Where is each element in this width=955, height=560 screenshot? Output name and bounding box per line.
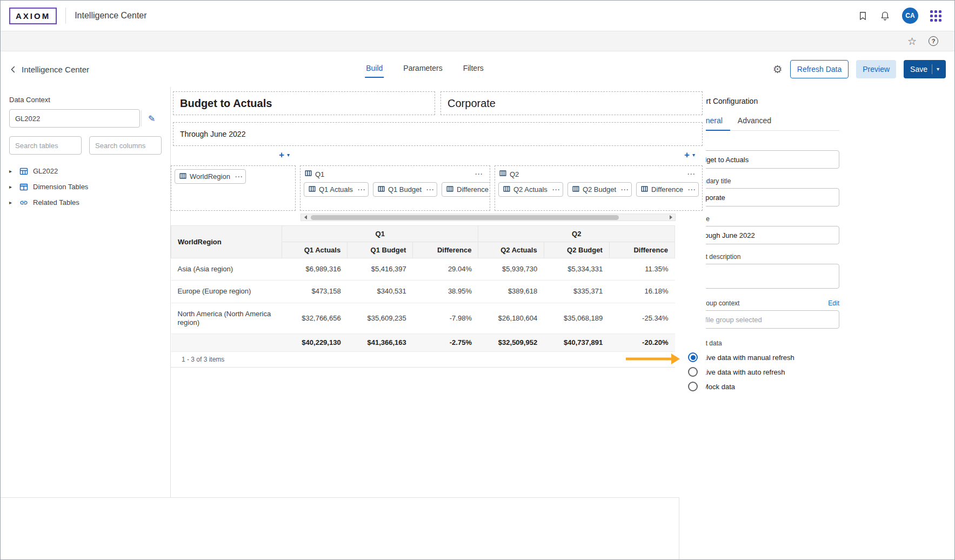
more-menu-icon[interactable]: ⋯ [472,169,485,179]
save-button[interactable]: Save ▾ [904,60,946,78]
tab-parameters[interactable]: Parameters [402,61,443,78]
tree-item-related-tables[interactable]: ▸ Related Tables [9,195,162,210]
notifications-bell-icon[interactable] [880,11,890,21]
radio-option-live-auto[interactable]: Live data with auto refresh [688,367,954,377]
expand-caret-icon[interactable]: ▸ [9,199,15,205]
search-columns-input[interactable] [89,136,162,155]
column-header: Difference [413,242,478,258]
table-row: Europe (Europe region) $473,158 $340,531… [171,281,675,303]
chip-label: Difference [457,185,489,194]
add-row-field-button[interactable]: + ▾ [279,150,290,159]
q1-budget-chip[interactable]: Q1 Budget ⋯ [373,182,437,197]
user-avatar[interactable]: CA [902,8,918,24]
tree-item-dimension-tables[interactable]: ▸ Dimension Tables [9,179,162,195]
description-field-label: Report description [688,253,954,261]
report-data-radio-group: Live data with manual refresh Live data … [688,352,954,391]
subtitle-input[interactable] [688,226,839,244]
report-title-block[interactable]: Budget to Actuals [173,91,435,115]
more-menu-icon[interactable]: ⋯ [685,185,698,195]
column-icon [378,185,385,194]
file-group-edit-link[interactable]: Edit [828,299,839,307]
dimension-tables-icon [19,183,28,191]
q1-actuals-chip[interactable]: Q1 Actuals ⋯ [304,182,369,197]
table-cell: $6,989,316 [282,258,348,281]
more-menu-icon[interactable]: ⋯ [232,172,245,182]
tab-filters[interactable]: Filters [462,61,485,78]
help-icon[interactable]: ? [929,36,938,46]
refresh-data-button[interactable]: Refresh Data [790,60,849,78]
tree-item-gl2022[interactable]: ▸ GL2022 [9,163,162,179]
worldregion-field-chip[interactable]: WorldRegion ⋯ [175,169,246,184]
search-tables-input[interactable] [9,136,82,155]
edit-pencil-icon[interactable]: ✎ [141,110,162,126]
radio-label: Live data with auto refresh [703,368,785,376]
row-field-panel[interactable]: WorldRegion ⋯ [171,165,296,211]
radio-option-mock-data[interactable]: Mock data [688,382,954,391]
more-menu-icon[interactable]: ⋯ [549,185,563,195]
app-launcher-icon[interactable] [930,10,941,22]
table-cell: $40,229,130 [282,334,348,352]
radio-option-live-manual[interactable]: Live data with manual refresh [688,352,954,362]
breadcrumb-back[interactable]: Intelligence Center [9,65,89,74]
table-cell: 38.95% [413,281,478,303]
column-header: Q1 Actuals [282,242,348,258]
secondary-title-field-label: Secondary title [688,177,954,185]
column-icon [641,185,648,194]
breadcrumb-label: Intelligence Center [22,65,89,74]
save-dropdown-caret-icon[interactable]: ▾ [937,66,939,72]
toolbar-actions: ⚙ Refresh Data Preview Save ▾ [773,60,946,78]
add-column-group-button[interactable]: + ▾ [684,150,695,159]
field-panels: WorldRegion ⋯ Q1 ⋯ [171,165,703,211]
report-description-input[interactable] [688,264,839,289]
chevron-down-icon: ▾ [692,152,695,158]
table-cell: $26,180,604 [478,303,544,334]
table-total-row: $40,229,130 $41,366,163 -2.75% $32,509,9… [171,334,675,352]
more-menu-icon[interactable]: ⋯ [618,185,631,195]
q1-group-panel[interactable]: Q1 ⋯ Q1 Actuals ⋯ [300,165,490,211]
more-menu-icon[interactable]: ⋯ [684,169,698,179]
scroll-thumb[interactable] [311,215,619,220]
secondary-title-input[interactable] [688,188,839,206]
q2-actuals-chip[interactable]: Q2 Actuals ⋯ [498,182,563,197]
group-header-q2: Q2 [478,226,675,242]
q1-difference-chip[interactable]: Difference ⋯ [442,182,490,197]
scroll-left-button[interactable] [301,214,310,221]
column-icon [499,170,506,178]
scroll-right-button[interactable] [666,214,675,221]
q2-budget-chip[interactable]: Q2 Budget ⋯ [567,182,632,197]
table-cell: $40,737,891 [544,334,609,352]
more-menu-icon[interactable]: ⋯ [355,185,368,195]
axiom-logo[interactable]: AXIOM [9,8,57,24]
title-input[interactable] [688,150,839,169]
column-icon [446,185,453,194]
report-secondary-title-block[interactable]: Corporate [440,91,703,115]
app-title: Intelligence Center [75,11,146,21]
more-menu-icon[interactable]: ⋯ [423,185,437,195]
chip-label: WorldRegion [190,172,230,181]
data-context-label: Data Context [9,96,162,104]
column-icon [572,185,579,194]
horizontal-scrollbar[interactable] [300,214,676,221]
radio-button-selected[interactable] [688,352,698,362]
tree-item-label: Related Tables [33,198,79,206]
radio-button[interactable] [688,367,698,377]
tab-advanced[interactable]: Advanced [730,111,779,130]
table-cell: $32,766,656 [282,303,348,334]
preview-button[interactable]: Preview [856,60,896,78]
favorite-star-icon[interactable]: ☆ [907,36,917,46]
back-chevron-icon [9,65,17,74]
bookmark-icon[interactable] [858,11,868,21]
tables-tree: ▸ GL2022 ▸ Dimension Tables [9,163,162,210]
tab-build[interactable]: Build [365,61,384,78]
settings-gear-icon[interactable]: ⚙ [773,63,783,76]
expand-caret-icon[interactable]: ▸ [9,184,15,190]
radio-button[interactable] [688,382,698,391]
report-subtitle-block[interactable]: Through June 2022 [173,122,703,146]
expand-caret-icon[interactable]: ▸ [9,168,15,174]
scroll-track[interactable] [310,214,666,221]
builder-region: Data Context ✎ ▸ GL2022 [1,87,679,498]
q2-group-panel[interactable]: Q2 ⋯ Q2 Actuals ⋯ [495,165,703,211]
q2-difference-chip[interactable]: Difference ⋯ [636,182,699,197]
data-context-input[interactable] [9,109,140,128]
file-group-input[interactable] [688,310,839,329]
